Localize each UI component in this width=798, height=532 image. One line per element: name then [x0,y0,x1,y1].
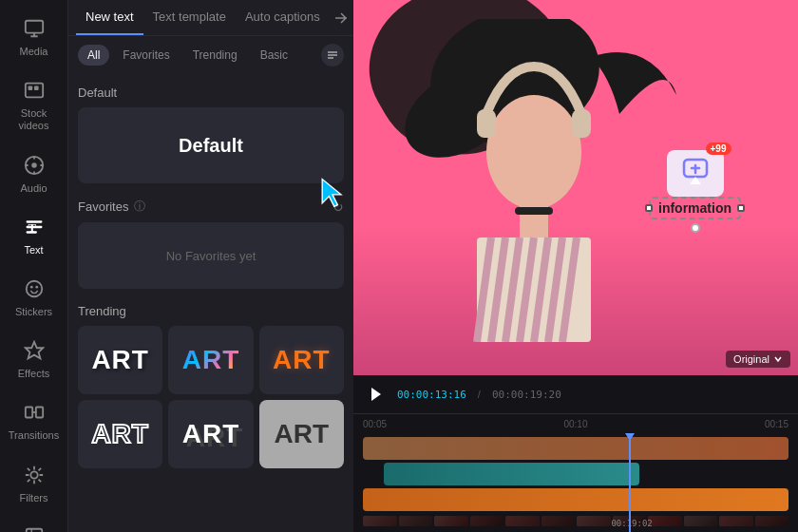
sidebar-item-stickers-label: Stickers [15,306,52,318]
stickers-icon [21,276,48,302]
sidebar-item-text[interactable]: T Text [5,206,64,264]
timeline-tracks: 00:19:02 [353,433,798,532]
filmstrip-frame-11 [719,516,753,526]
svg-rect-19 [520,200,548,238]
filmstrip-frame-1 [363,516,397,526]
trending-card-6[interactable]: ART [259,400,344,468]
ruler-marks: 00:05 00:10 00:15 [363,419,788,429]
trending-card-5[interactable]: ART [168,400,253,468]
trending-card-2[interactable]: ART [168,326,253,394]
filmstrip-frame-12 [755,516,789,526]
sidebar-item-media[interactable]: Media [5,8,64,66]
total-time: 00:00:19:20 [492,389,561,401]
track-row-1 [363,437,788,460]
notification-badge: +99 [706,142,732,155]
filter-all[interactable]: All [78,45,109,66]
text-handle-right[interactable] [737,204,745,212]
original-button[interactable]: Original [726,351,790,368]
sidebar-item-stock-videos[interactable]: Stock videos [5,69,64,140]
info-overlay[interactable]: +99 information [649,150,741,233]
current-time: 00:00:13:16 [397,389,466,401]
sidebar-item-stock-label: Stock videos [19,107,49,132]
favorites-info-icon: ⓘ [134,199,145,215]
svg-text:T: T [28,220,36,234]
svg-rect-12 [35,408,42,418]
svg-rect-11 [25,408,31,418]
trending-art-3: ART [273,345,331,375]
sidebar-item-audio-label: Audio [20,182,47,195]
effect-track-clip[interactable] [363,488,788,511]
sidebar-item-effects-label: Effects [18,368,49,380]
text-panel: New text Text template Auto captions All… [68,0,353,532]
sidebar-item-stickers[interactable]: Stickers [5,268,64,326]
tab-new-text[interactable]: New text [76,0,143,35]
svg-point-5 [31,162,37,168]
transitions-icon [21,399,48,426]
playhead-time: 00:19:02 [611,519,652,528]
sidebar-item-transitions-label: Transitions [9,429,59,442]
video-track-clip[interactable] [363,437,788,460]
svg-point-7 [26,281,42,297]
tabs-more-icon[interactable] [330,10,352,26]
trending-art-4: ART [91,419,149,449]
filter-favorites[interactable]: Favorites [113,45,179,66]
ruler-mark-1: 00:05 [363,419,504,429]
tab-text-template[interactable]: Text template [143,0,236,35]
no-favorites-card: No Favorites yet [78,222,344,289]
timeline-toolbar: 00:00:13:16 / 00:00:19:20 [353,375,798,414]
svg-point-8 [29,286,32,289]
trending-card-1[interactable]: ART [78,326,162,394]
default-section-label: Default [78,86,344,100]
text-handle-left[interactable] [645,204,653,212]
filmstrip-frame-7 [577,516,611,526]
favorites-label: Favorites [78,200,128,214]
audio-track-clip[interactable] [384,463,639,485]
tab-auto-captions[interactable]: Auto captions [236,0,330,35]
svg-rect-1 [25,84,42,98]
sidebar-item-audio[interactable]: Audio [5,144,64,202]
filmstrip-frame-10 [684,516,718,526]
filter-trending[interactable]: Trending [183,45,247,66]
default-text-card[interactable]: Default [78,107,344,183]
audio-icon [21,152,48,179]
sidebar-item-effects[interactable]: Effects [5,330,64,388]
filmstrip-frame-6 [542,516,576,526]
stock-videos-icon [21,77,48,104]
video-preview: +99 information [353,0,798,375]
sidebar-item-transitions[interactable]: Transitions [5,391,64,449]
media-icon [21,15,48,42]
sidebar-item-text-label: Text [24,244,43,256]
trending-art-1: ART [91,345,149,375]
chevron-down-icon [773,354,783,364]
filter-more-button[interactable] [321,44,344,66]
info-text-overlay[interactable]: information [649,197,741,219]
filmstrip-frame-9 [648,516,682,526]
play-button[interactable] [363,381,390,408]
library-icon [21,523,48,532]
filmstrip-frame-3 [434,516,468,526]
filmstrip-row [363,516,788,526]
original-label: Original [733,353,770,365]
svg-rect-30 [515,207,553,215]
ruler-mark-3: 00:15 [647,419,788,429]
sidebar-item-media-label: Media [20,46,48,58]
filmstrip-frame-2 [399,516,433,526]
panel-tabs: New text Text template Auto captions [68,0,353,36]
info-dot [691,223,700,233]
filmstrip-frame-4 [470,516,504,526]
trending-card-3[interactable]: ART [259,326,344,394]
sidebar-item-filters[interactable]: Filters [5,454,64,512]
effects-icon [21,337,48,364]
right-side: +99 information [353,0,798,532]
track-row-2 [363,463,788,485]
track-row-3 [363,488,788,511]
sidebar-item-library[interactable]: Library [5,516,64,532]
filter-basic[interactable]: Basic [251,45,297,66]
favorites-header: Favorites ⓘ ↻ [78,199,344,215]
svg-point-18 [486,95,581,209]
svg-rect-3 [34,86,39,91]
panel-content: Default Default Favorites ⓘ ↻ No Favorit… [68,74,353,532]
svg-marker-10 [25,342,42,358]
trending-card-4[interactable]: ART [78,400,162,468]
preview-background: +99 information [353,0,798,375]
